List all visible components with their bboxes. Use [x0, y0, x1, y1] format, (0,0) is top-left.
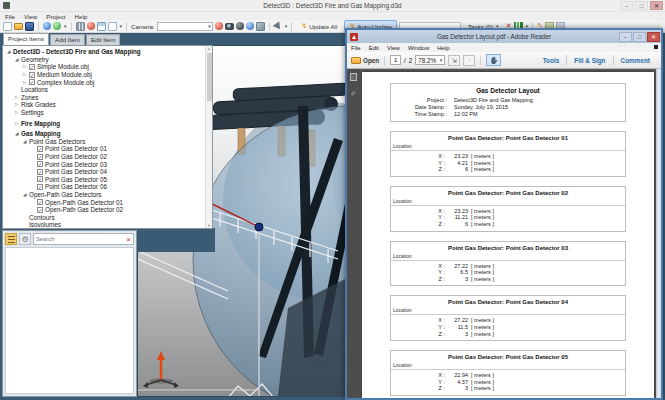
camera-combobox[interactable]: ▾	[157, 22, 213, 31]
adobe-close-button[interactable]: ✕	[647, 32, 660, 42]
tree-item[interactable]: ▷✓Complex Module.obj	[5, 78, 204, 86]
tree-item[interactable]: ✓Open-Path Gas Detector 02	[5, 206, 204, 214]
adobe-menu-help[interactable]: Help	[437, 45, 449, 51]
pdf-canvas[interactable]: Gas Detector Layout Project :Detect3D Fi…	[360, 69, 656, 398]
tree-item[interactable]: ✓Point Gas Detector 03	[5, 160, 204, 168]
detect3d-window: Detect3D : Detect3D Fire and Gas Mapping…	[0, 0, 665, 400]
open-project-icon[interactable]	[14, 23, 23, 30]
checkbox-checked-icon[interactable]: ✓	[29, 79, 35, 85]
tree-item[interactable]: ◢Gas Mapping	[5, 130, 204, 138]
checkbox-checked-icon[interactable]: ✓	[37, 184, 43, 190]
cursor-icon[interactable]	[272, 21, 283, 31]
search-input[interactable]	[34, 236, 126, 242]
tree-item[interactable]: ▷Risk Grades	[5, 101, 204, 109]
tree-item[interactable]: ▷Zones	[5, 94, 204, 102]
checkbox-checked-icon[interactable]: ✓	[37, 207, 43, 213]
tab-add-item[interactable]: Add Item	[50, 34, 85, 45]
cube-icon[interactable]	[256, 22, 265, 31]
scroll-thumb[interactable]	[207, 53, 212, 101]
tree-item[interactable]: Contours	[5, 213, 204, 221]
checkbox-checked-icon[interactable]: ✓	[37, 169, 43, 175]
camera-icon[interactable]	[225, 23, 234, 30]
green-orb-icon[interactable]	[53, 22, 61, 30]
tree-item[interactable]: ✓Point Gas Detector 06	[5, 183, 204, 191]
save-icon[interactable]	[25, 22, 34, 31]
adobe-restore-button[interactable]: □	[633, 32, 646, 42]
dark-orb-icon[interactable]	[236, 22, 244, 30]
tree-item-label: Point Gas Detector 06	[45, 183, 107, 190]
pdf-location-row: X :23.23[ meters ]	[391, 153, 625, 160]
tree-item[interactable]: ✓Point Gas Detector 01	[5, 145, 204, 153]
adobe-menu-view[interactable]: View	[387, 45, 400, 51]
tools-button[interactable]: Tools	[536, 57, 567, 64]
checkbox-checked-icon[interactable]: ✓	[37, 199, 43, 205]
menu-help[interactable]: Help	[75, 13, 88, 20]
pdf-location-row: Y :11.21[ meters ]	[391, 214, 625, 221]
tab-edit-item[interactable]: Edit Item	[86, 34, 120, 45]
tree-item[interactable]: ✓Point Gas Detector 02	[5, 153, 204, 161]
menu-file[interactable]: File	[5, 13, 15, 20]
red-orb-icon[interactable]	[87, 22, 95, 30]
table-icon[interactable]	[97, 22, 106, 31]
adobe-menu-edit[interactable]: Edit	[369, 45, 379, 51]
fit-page-button[interactable]: ⇲	[448, 55, 460, 66]
tree-item[interactable]: ▷✓Medium Module.obj	[5, 71, 204, 79]
tree-item[interactable]: ◢Geometry	[5, 56, 204, 64]
tree-item[interactable]: Locations	[5, 86, 204, 94]
hand-tool-button[interactable]	[486, 54, 501, 66]
chevron-down-icon[interactable]: ▾	[285, 23, 288, 29]
update-all-button[interactable]: ↯Update All	[296, 20, 342, 32]
clear-search-icon[interactable]: ✕	[126, 236, 133, 243]
annotation-icon[interactable]: ✎	[350, 90, 358, 96]
tree-item[interactable]: ◢Point Gas Detectors	[5, 138, 204, 146]
page-thumbnails-icon[interactable]	[350, 73, 357, 81]
maximize-button[interactable]: □	[635, 1, 648, 10]
tree-item[interactable]: ▷Fire Mapping	[5, 119, 204, 127]
minimize-button[interactable]: –	[620, 1, 633, 10]
open-button[interactable]: Open	[351, 57, 379, 64]
checkbox-checked-icon[interactable]: ✓	[29, 72, 35, 78]
adobe-titlebar[interactable]: Gas Detector Layout.pdf - Adobe Reader –…	[347, 30, 661, 43]
tree-item[interactable]: ✓Open-Path Gas Detector 01	[5, 198, 204, 206]
settings-button[interactable]: ⚙	[19, 233, 31, 245]
menu-project[interactable]: Project	[46, 13, 65, 20]
zoom-select[interactable]: 78.2% ▾	[415, 55, 445, 65]
close-button[interactable]: ✕	[650, 1, 663, 10]
checkbox-checked-icon[interactable]: ✓	[37, 146, 43, 152]
checkbox-checked-icon[interactable]: ✓	[37, 154, 43, 160]
tree-scrollbar[interactable]: ▲ ▼	[205, 46, 212, 228]
tree-item[interactable]: ✓Point Gas Detector 05	[5, 176, 204, 184]
adobe-menu-file[interactable]: File	[351, 45, 361, 51]
comment-button[interactable]: Comment	[614, 57, 657, 64]
scroll-up-icon[interactable]: ▲	[207, 46, 211, 51]
tree-item[interactable]: ▷Settings	[5, 109, 204, 117]
checkbox-checked-icon[interactable]: ✓	[37, 176, 43, 182]
tree-item[interactable]: Isovolumes	[5, 221, 204, 228]
fill-sign-button[interactable]: Fill & Sign	[567, 57, 612, 64]
pdf-section-title: Point Gas Detector: Point Gas Detector 0…	[391, 132, 625, 143]
new-project-icon[interactable]	[3, 22, 12, 31]
globe-icon[interactable]	[246, 22, 254, 30]
tree-item[interactable]: ▷✓Simple Module.obj	[5, 63, 204, 71]
tree-item[interactable]: ✓Point Gas Detector 04	[5, 168, 204, 176]
tree-item[interactable]: ◢Open-Path Gas Detectors	[5, 191, 204, 199]
pdf-scrollbar[interactable]	[656, 69, 661, 398]
scroll-down-icon[interactable]: ▼	[207, 223, 211, 228]
checkbox-checked-icon[interactable]: ✓	[29, 64, 35, 70]
menu-view[interactable]: View	[24, 13, 37, 20]
tree-item-label: Point Gas Detector 04	[45, 168, 107, 175]
tree-item[interactable]: ◢Detect3D - Detect3D Fire and Gas Mappin…	[5, 48, 204, 56]
checkbox-checked-icon[interactable]: ✓	[37, 161, 43, 167]
view-mode-button[interactable]: ·	[463, 55, 475, 66]
tab-project-items[interactable]: Project Items	[3, 33, 49, 45]
adobe-minimize-button[interactable]: –	[619, 32, 632, 42]
list-view-button[interactable]	[5, 233, 17, 245]
record-icon[interactable]	[215, 22, 223, 30]
adobe-menu-window[interactable]: Window	[408, 45, 429, 51]
chevron-down-icon[interactable]: ▾	[64, 23, 67, 29]
chevron-down-icon[interactable]: ▾	[120, 23, 123, 29]
page-number-input[interactable]	[390, 55, 401, 65]
blue-orb-icon[interactable]	[43, 22, 51, 30]
columns-icon[interactable]	[76, 22, 85, 31]
report-icon[interactable]	[108, 22, 117, 31]
